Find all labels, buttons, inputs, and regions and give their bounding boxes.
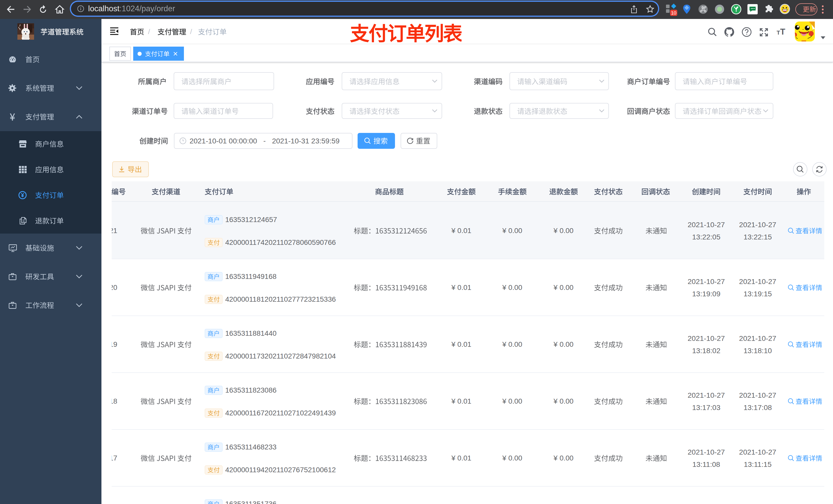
svg-text:10: 10 — [671, 10, 676, 16]
